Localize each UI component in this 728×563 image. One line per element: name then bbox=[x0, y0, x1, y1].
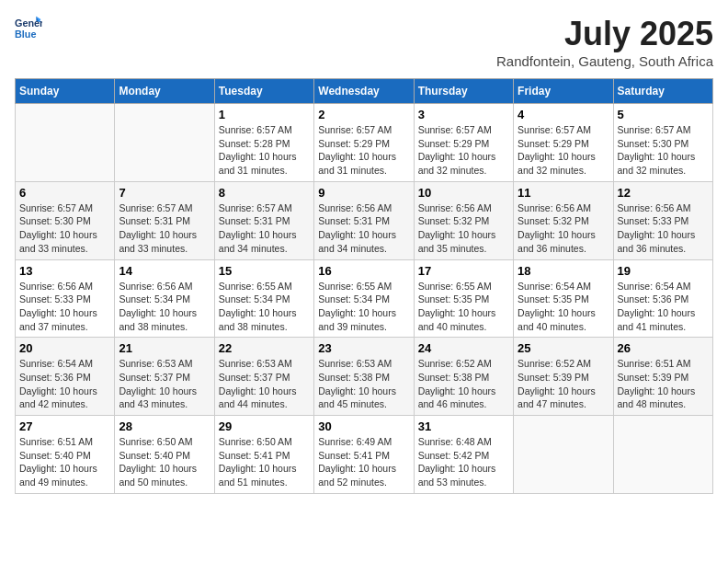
day-number: 7 bbox=[119, 186, 210, 200]
calendar-day-cell: 11Sunrise: 6:56 AM Sunset: 5:32 PM Dayli… bbox=[514, 181, 613, 259]
calendar-day-cell: 7Sunrise: 6:57 AM Sunset: 5:31 PM Daylig… bbox=[115, 181, 214, 259]
calendar-day-cell: 4Sunrise: 6:57 AM Sunset: 5:29 PM Daylig… bbox=[514, 104, 613, 182]
day-number: 30 bbox=[318, 419, 409, 433]
day-info: Sunrise: 6:57 AM Sunset: 5:29 PM Dayligh… bbox=[418, 123, 509, 178]
calendar-day-cell: 17Sunrise: 6:55 AM Sunset: 5:35 PM Dayli… bbox=[414, 259, 513, 338]
calendar-day-cell: 30Sunrise: 6:49 AM Sunset: 5:41 PM Dayli… bbox=[314, 416, 414, 494]
weekday-header-cell: Tuesday bbox=[214, 79, 313, 104]
calendar-day-cell: 26Sunrise: 6:51 AM Sunset: 5:39 PM Dayli… bbox=[613, 338, 712, 416]
calendar-day-cell: 13Sunrise: 6:56 AM Sunset: 5:33 PM Dayli… bbox=[16, 259, 115, 338]
day-number: 22 bbox=[219, 341, 310, 355]
day-info: Sunrise: 6:50 AM Sunset: 5:41 PM Dayligh… bbox=[219, 435, 310, 489]
day-number: 26 bbox=[618, 341, 709, 355]
day-info: Sunrise: 6:57 AM Sunset: 5:29 PM Dayligh… bbox=[518, 123, 609, 178]
title-area: July 2025 Randfontein, Gauteng, South Af… bbox=[496, 15, 713, 69]
weekday-header-row: SundayMondayTuesdayWednesdayThursdayFrid… bbox=[16, 79, 713, 104]
day-number: 3 bbox=[418, 108, 509, 121]
day-number: 5 bbox=[618, 108, 709, 121]
calendar-day-cell: 5Sunrise: 6:57 AM Sunset: 5:30 PM Daylig… bbox=[613, 104, 712, 182]
day-number: 4 bbox=[518, 108, 609, 121]
day-number: 29 bbox=[219, 419, 310, 433]
day-number: 27 bbox=[19, 419, 110, 433]
calendar-week-row: 27Sunrise: 6:51 AM Sunset: 5:40 PM Dayli… bbox=[16, 416, 713, 494]
calendar-day-cell: 1Sunrise: 6:57 AM Sunset: 5:28 PM Daylig… bbox=[214, 104, 313, 182]
day-info: Sunrise: 6:53 AM Sunset: 5:38 PM Dayligh… bbox=[318, 357, 409, 411]
calendar-day-cell: 25Sunrise: 6:52 AM Sunset: 5:39 PM Dayli… bbox=[514, 338, 613, 416]
day-number: 21 bbox=[119, 341, 210, 355]
weekday-header-cell: Thursday bbox=[414, 79, 513, 104]
calendar-day-cell: 20Sunrise: 6:54 AM Sunset: 5:36 PM Dayli… bbox=[16, 338, 115, 416]
calendar-day-cell: 16Sunrise: 6:55 AM Sunset: 5:34 PM Dayli… bbox=[314, 259, 414, 338]
day-number: 11 bbox=[518, 186, 609, 200]
day-number: 10 bbox=[418, 186, 509, 200]
day-number: 14 bbox=[119, 264, 210, 278]
day-info: Sunrise: 6:54 AM Sunset: 5:36 PM Dayligh… bbox=[19, 357, 110, 411]
calendar-week-row: 6Sunrise: 6:57 AM Sunset: 5:30 PM Daylig… bbox=[16, 181, 713, 259]
calendar-day-cell: 22Sunrise: 6:53 AM Sunset: 5:37 PM Dayli… bbox=[214, 338, 313, 416]
day-number: 15 bbox=[219, 264, 310, 278]
day-number: 18 bbox=[518, 264, 609, 278]
day-number: 28 bbox=[119, 419, 210, 433]
day-info: Sunrise: 6:49 AM Sunset: 5:41 PM Dayligh… bbox=[318, 435, 409, 489]
day-number: 13 bbox=[19, 264, 110, 278]
day-info: Sunrise: 6:48 AM Sunset: 5:42 PM Dayligh… bbox=[418, 435, 509, 489]
calendar-day-cell: 9Sunrise: 6:56 AM Sunset: 5:31 PM Daylig… bbox=[314, 181, 414, 259]
month-title: July 2025 bbox=[496, 15, 713, 53]
calendar-day-cell: 27Sunrise: 6:51 AM Sunset: 5:40 PM Dayli… bbox=[16, 416, 115, 494]
logo-icon: General Blue bbox=[15, 15, 42, 42]
day-info: Sunrise: 6:51 AM Sunset: 5:40 PM Dayligh… bbox=[19, 435, 110, 489]
day-number: 25 bbox=[518, 341, 609, 355]
day-info: Sunrise: 6:52 AM Sunset: 5:38 PM Dayligh… bbox=[418, 357, 509, 411]
calendar-day-cell: 14Sunrise: 6:56 AM Sunset: 5:34 PM Dayli… bbox=[115, 259, 214, 338]
day-number: 17 bbox=[418, 264, 509, 278]
weekday-header-cell: Wednesday bbox=[314, 79, 414, 104]
calendar-day-cell: 19Sunrise: 6:54 AM Sunset: 5:36 PM Dayli… bbox=[613, 259, 712, 338]
calendar-day-cell bbox=[613, 416, 712, 494]
day-info: Sunrise: 6:50 AM Sunset: 5:40 PM Dayligh… bbox=[119, 435, 210, 489]
day-number: 16 bbox=[318, 264, 409, 278]
weekday-header-cell: Saturday bbox=[613, 79, 712, 104]
day-info: Sunrise: 6:56 AM Sunset: 5:32 PM Dayligh… bbox=[418, 201, 509, 256]
calendar-week-row: 20Sunrise: 6:54 AM Sunset: 5:36 PM Dayli… bbox=[16, 338, 713, 416]
calendar-day-cell bbox=[514, 416, 613, 494]
calendar-week-row: 13Sunrise: 6:56 AM Sunset: 5:33 PM Dayli… bbox=[16, 259, 713, 338]
calendar-day-cell: 21Sunrise: 6:53 AM Sunset: 5:37 PM Dayli… bbox=[115, 338, 214, 416]
weekday-header-cell: Monday bbox=[115, 79, 214, 104]
day-info: Sunrise: 6:53 AM Sunset: 5:37 PM Dayligh… bbox=[219, 357, 310, 411]
day-number: 23 bbox=[318, 341, 409, 355]
day-info: Sunrise: 6:53 AM Sunset: 5:37 PM Dayligh… bbox=[119, 357, 210, 411]
day-number: 6 bbox=[19, 186, 110, 200]
day-info: Sunrise: 6:56 AM Sunset: 5:32 PM Dayligh… bbox=[518, 201, 609, 256]
day-info: Sunrise: 6:56 AM Sunset: 5:33 PM Dayligh… bbox=[618, 201, 709, 256]
day-info: Sunrise: 6:57 AM Sunset: 5:30 PM Dayligh… bbox=[618, 123, 709, 178]
calendar-day-cell: 12Sunrise: 6:56 AM Sunset: 5:33 PM Dayli… bbox=[613, 181, 712, 259]
weekday-header-cell: Sunday bbox=[16, 79, 115, 104]
day-info: Sunrise: 6:55 AM Sunset: 5:34 PM Dayligh… bbox=[219, 280, 310, 334]
calendar-day-cell: 10Sunrise: 6:56 AM Sunset: 5:32 PM Dayli… bbox=[414, 181, 513, 259]
day-info: Sunrise: 6:56 AM Sunset: 5:34 PM Dayligh… bbox=[119, 280, 210, 334]
calendar-day-cell: 2Sunrise: 6:57 AM Sunset: 5:29 PM Daylig… bbox=[314, 104, 414, 182]
day-number: 2 bbox=[318, 108, 409, 121]
calendar-day-cell bbox=[16, 104, 115, 182]
day-number: 20 bbox=[19, 341, 110, 355]
calendar-day-cell bbox=[115, 104, 214, 182]
day-info: Sunrise: 6:54 AM Sunset: 5:35 PM Dayligh… bbox=[518, 280, 609, 334]
day-info: Sunrise: 6:57 AM Sunset: 5:31 PM Dayligh… bbox=[119, 201, 210, 256]
calendar-day-cell: 29Sunrise: 6:50 AM Sunset: 5:41 PM Dayli… bbox=[214, 416, 313, 494]
calendar-day-cell: 23Sunrise: 6:53 AM Sunset: 5:38 PM Dayli… bbox=[314, 338, 414, 416]
logo: General Blue bbox=[15, 15, 42, 42]
day-info: Sunrise: 6:57 AM Sunset: 5:28 PM Dayligh… bbox=[219, 123, 310, 178]
calendar-day-cell: 18Sunrise: 6:54 AM Sunset: 5:35 PM Dayli… bbox=[514, 259, 613, 338]
day-info: Sunrise: 6:55 AM Sunset: 5:35 PM Dayligh… bbox=[418, 280, 509, 334]
header: General Blue July 2025 Randfontein, Gaut… bbox=[15, 15, 713, 69]
calendar-day-cell: 24Sunrise: 6:52 AM Sunset: 5:38 PM Dayli… bbox=[414, 338, 513, 416]
calendar-week-row: 1Sunrise: 6:57 AM Sunset: 5:28 PM Daylig… bbox=[16, 104, 713, 182]
day-info: Sunrise: 6:51 AM Sunset: 5:39 PM Dayligh… bbox=[618, 357, 709, 411]
day-info: Sunrise: 6:55 AM Sunset: 5:34 PM Dayligh… bbox=[318, 280, 409, 334]
day-info: Sunrise: 6:57 AM Sunset: 5:29 PM Dayligh… bbox=[318, 123, 409, 178]
day-number: 12 bbox=[618, 186, 709, 200]
calendar-table: SundayMondayTuesdayWednesdayThursdayFrid… bbox=[15, 78, 713, 494]
calendar-body: 1Sunrise: 6:57 AM Sunset: 5:28 PM Daylig… bbox=[16, 104, 713, 494]
calendar-day-cell: 8Sunrise: 6:57 AM Sunset: 5:31 PM Daylig… bbox=[214, 181, 313, 259]
day-info: Sunrise: 6:56 AM Sunset: 5:31 PM Dayligh… bbox=[318, 201, 409, 256]
